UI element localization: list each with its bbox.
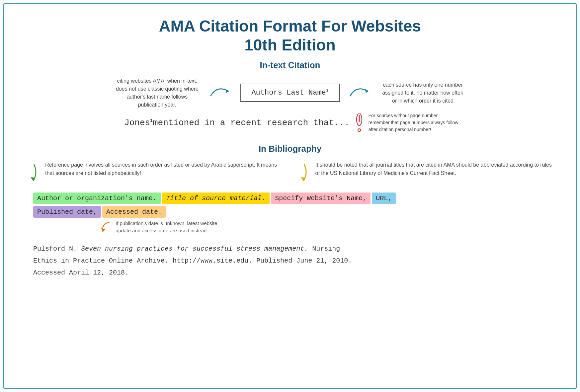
green-arrow-icon: [27, 163, 41, 186]
citation-text: Authors Last Name: [251, 89, 326, 97]
bib-heading: In Bibliography: [259, 144, 321, 154]
citation-box: Authors Last Name1: [240, 84, 340, 102]
exclamation-icon: [353, 114, 365, 134]
arrow-right-icon: [207, 83, 234, 103]
main-title: AMA Citation Format For Websites: [159, 17, 421, 36]
jones-text: Jones: [124, 118, 150, 128]
example-rest: mentioned in a recent research that...: [153, 118, 350, 128]
tag-title: Title of source material.: [162, 193, 270, 204]
tag-accessed: Accessed date.: [102, 206, 166, 218]
bib-right: It should be noted that all journal titl…: [297, 161, 554, 186]
svg-marker-7: [101, 228, 106, 232]
jones-superscript: 1: [150, 118, 153, 123]
date-note-arrow-icon: [100, 220, 113, 236]
intext-heading: In-text Citation: [260, 60, 320, 70]
main-container: AMA Citation Format For Websites 10th Ed…: [7, 7, 573, 385]
bib-left: Reference page involves all sources in s…: [27, 161, 284, 186]
exclamation-text: For sources without page number remember…: [369, 112, 459, 133]
bib-two-col: Reference page involves all sources in s…: [27, 161, 553, 186]
bib-right-text: It should be noted that all journal titl…: [315, 161, 554, 178]
date-note-text: If publication's date is unknown, latest…: [116, 220, 222, 235]
arrow-left-icon: [347, 83, 373, 103]
example-block: Pulsford N. Seven nursing practices for …: [27, 243, 553, 279]
yellow-arrow-icon: [297, 163, 311, 186]
exclamation-note: For sources without page number remember…: [353, 112, 459, 134]
svg-point-4: [358, 129, 361, 131]
tag-author: Author or organization's name.: [33, 193, 161, 204]
example-line1: Pulsford N. Seven nursing practices for …: [33, 243, 547, 255]
example-citation: Jones1mentioned in a recent research tha…: [121, 118, 353, 128]
intext-section: In-text Citation citing websites AMA, wh…: [27, 60, 553, 137]
right-note: each source has only one number assigned…: [380, 81, 466, 105]
intext-row: citing websites AMA, when in-text, does …: [27, 77, 553, 109]
tag-website: Specify Website's Name,: [271, 193, 371, 204]
format-line-2: Published date, Accessed date.: [27, 206, 553, 218]
subtitle: 10th Edition: [159, 36, 421, 54]
svg-marker-1: [365, 89, 368, 93]
title-section: AMA Citation Format For Websites 10th Ed…: [159, 17, 421, 57]
example-line2: Ethics in Practice Online Archive. http:…: [33, 255, 547, 267]
date-note-row: If publication's date is unknown, latest…: [27, 220, 553, 236]
example-line3: Accessed April 12, 2018.: [33, 267, 547, 279]
example-row: Jones1mentioned in a recent research tha…: [27, 112, 553, 134]
citation-superscript: 1: [326, 88, 329, 93]
tag-published: Published date,: [33, 206, 101, 218]
svg-marker-0: [225, 89, 229, 93]
left-note: citing websites AMA, when in-text, does …: [114, 77, 201, 109]
bibliography-section: In Bibliography Reference page involves …: [27, 144, 553, 279]
bib-left-text: Reference page involves all sources in s…: [45, 161, 284, 178]
format-line-1: Author or organization's name. Title of …: [27, 193, 553, 204]
tag-url: URL,: [372, 193, 396, 204]
